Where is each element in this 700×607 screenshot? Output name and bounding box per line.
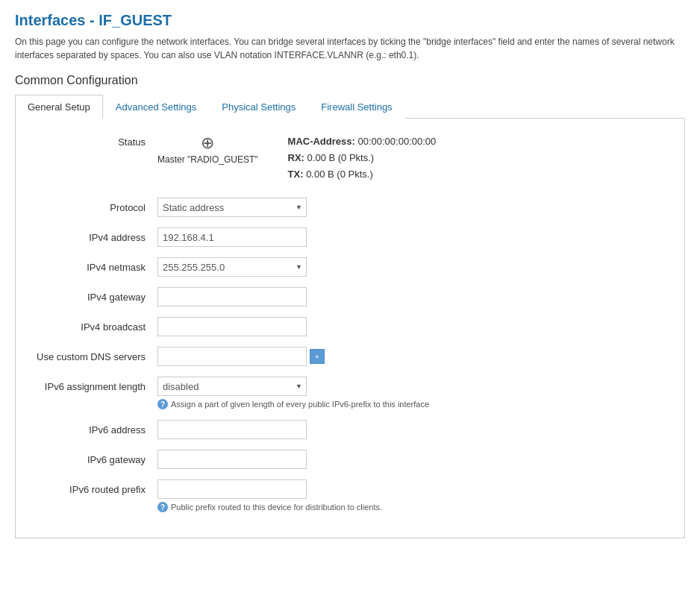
custom-dns-label: Use custom DNS servers <box>23 351 157 362</box>
rx-value: 0.00 B (0 Pkts.) <box>307 152 375 163</box>
tab-general[interactable]: General Setup <box>15 95 103 119</box>
ipv4-broadcast-label: IPv4 broadcast <box>23 321 157 333</box>
tx-line: TX: 0.00 B (0 Pkts.) <box>288 166 437 183</box>
dns-wrapper: + <box>157 347 325 366</box>
status-label: Status <box>23 133 157 148</box>
ipv4-netmask-row: IPv4 netmask 255.255.255.0255.255.0.0255… <box>23 257 620 277</box>
mac-address-line: MAC-Address: 00:00:00:00:00:00 <box>288 133 437 150</box>
mac-info: MAC-Address: 00:00:00:00:00:00 RX: 0.00 … <box>288 133 437 183</box>
ipv6-gateway-row: IPv6 gateway <box>23 450 620 469</box>
ipv6-gateway-label: IPv6 gateway <box>23 454 157 465</box>
intro-text: On this page you can configure the netwo… <box>15 35 685 62</box>
ipv6-routed-prefix-hint: ? Public prefix routed to this device fo… <box>157 502 620 512</box>
status-icon-area: ⊕ Master "RADIO_GUEST" <box>157 133 258 165</box>
tab-advanced[interactable]: Advanced Settings <box>103 95 209 119</box>
mac-address-label: MAC-Address: <box>288 136 355 147</box>
ipv4-gateway-row: IPv4 gateway <box>23 287 620 306</box>
tab-content: Status ⊕ Master "RADIO_GUEST" MAC-Addres… <box>15 119 685 538</box>
ipv6-routed-prefix-input[interactable] <box>157 479 307 499</box>
status-row: Status ⊕ Master "RADIO_GUEST" MAC-Addres… <box>23 133 620 183</box>
tx-label: TX: <box>288 169 304 180</box>
ipv4-address-label: IPv4 address <box>23 232 157 243</box>
form-section: Status ⊕ Master "RADIO_GUEST" MAC-Addres… <box>23 133 620 512</box>
page-title: Interfaces - IF_GUEST <box>15 12 685 29</box>
ipv6-gateway-input[interactable] <box>157 450 307 469</box>
ipv4-broadcast-input[interactable] <box>157 317 307 336</box>
tx-value: 0.00 B (0 Pkts.) <box>306 169 373 180</box>
custom-dns-row: Use custom DNS servers + <box>23 347 620 366</box>
ipv6-assignment-hint-text: Assign a part of given length of every p… <box>171 400 429 409</box>
ipv6-assignment-row: IPv6 assignment length disabled645648 <box>23 377 620 396</box>
ipv6-routed-prefix-help-icon: ? <box>157 502 168 512</box>
ipv4-netmask-label: IPv4 netmask <box>23 262 157 273</box>
protocol-label: Protocol <box>23 202 157 213</box>
ipv4-netmask-select-container: 255.255.255.0255.255.0.0255.0.0.0 <box>157 257 307 277</box>
protocol-select-container: Static addressDHCP clientDHCPv6 clientPP… <box>157 198 307 217</box>
ipv4-broadcast-row: IPv4 broadcast <box>23 317 620 336</box>
tab-bar: General Setup Advanced Settings Physical… <box>15 95 685 119</box>
tab-physical[interactable]: Physical Settings <box>209 95 308 119</box>
wifi-icon: ⊕ <box>201 133 214 153</box>
ipv6-assignment-help-icon: ? <box>157 399 168 409</box>
ipv6-routed-prefix-row: IPv6 routed prefix <box>23 479 620 499</box>
ipv6-assignment-hint: ? Assign a part of given length of every… <box>157 399 620 409</box>
mac-address-value: 00:00:00:00:00:00 <box>357 136 436 147</box>
protocol-select[interactable]: Static addressDHCP clientDHCPv6 clientPP… <box>157 198 307 217</box>
custom-dns-input[interactable] <box>157 347 307 366</box>
ipv6-assignment-select-container: disabled645648 <box>157 377 307 396</box>
ipv4-address-input[interactable] <box>157 227 307 247</box>
rx-label: RX: <box>288 152 304 163</box>
section-title: Common Configuration <box>15 74 685 87</box>
rx-line: RX: 0.00 B (0 Pkts.) <box>288 150 437 166</box>
dns-add-icon[interactable]: + <box>310 349 325 364</box>
ipv4-address-row: IPv4 address <box>23 227 620 247</box>
ipv6-address-label: IPv6 address <box>23 424 157 435</box>
ipv6-routed-prefix-label: IPv6 routed prefix <box>23 484 157 495</box>
master-label: Master "RADIO_GUEST" <box>157 154 258 165</box>
ipv4-gateway-input[interactable] <box>157 287 307 306</box>
ipv6-address-input[interactable] <box>157 420 307 439</box>
tab-firewall[interactable]: Firewall Settings <box>308 95 404 119</box>
protocol-row: Protocol Static addressDHCP clientDHCPv6… <box>23 198 620 217</box>
ipv6-assignment-select[interactable]: disabled645648 <box>157 377 307 396</box>
ipv6-address-row: IPv6 address <box>23 420 620 439</box>
ipv6-routed-prefix-hint-row: ? Public prefix routed to this device fo… <box>157 502 620 512</box>
ipv6-assignment-label: IPv6 assignment length <box>23 381 157 392</box>
ipv6-routed-prefix-hint-text: Public prefix routed to this device for … <box>171 503 382 512</box>
ipv4-netmask-select[interactable]: 255.255.255.0255.255.0.0255.0.0.0 <box>157 257 307 277</box>
ipv6-assignment-hint-row: ? Assign a part of given length of every… <box>157 399 620 409</box>
ipv4-gateway-label: IPv4 gateway <box>23 292 157 303</box>
status-content: ⊕ Master "RADIO_GUEST" MAC-Address: 00:0… <box>157 133 436 183</box>
